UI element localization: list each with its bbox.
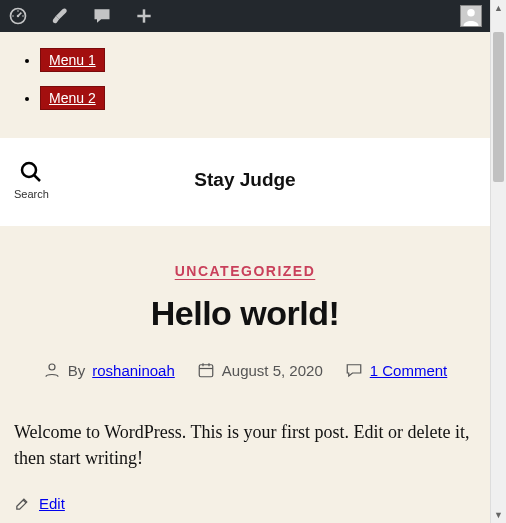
admin-bar <box>0 0 490 32</box>
nav-menu: Menu 1 Menu 2 <box>0 32 490 138</box>
calendar-icon <box>197 361 215 379</box>
comment-meta-icon <box>345 361 363 379</box>
svg-line-10 <box>34 175 40 181</box>
author-prefix: By <box>68 362 86 379</box>
search-icon <box>19 160 43 184</box>
post-meta: By roshaninoah August 5, 2020 1 Comment <box>14 361 476 379</box>
author-link[interactable]: roshaninoah <box>92 362 175 379</box>
scroll-down-arrow[interactable]: ▼ <box>491 507 506 523</box>
edit-link[interactable]: Edit <box>39 495 65 512</box>
svg-point-9 <box>22 163 36 177</box>
post: UNCATEGORIZED Hello world! By roshaninoa… <box>0 226 490 512</box>
post-date: August 5, 2020 <box>222 362 323 379</box>
meta-comments: 1 Comment <box>345 361 448 379</box>
plus-icon[interactable] <box>134 6 154 26</box>
svg-rect-12 <box>199 365 213 377</box>
meta-date: August 5, 2020 <box>197 361 323 379</box>
dashboard-icon[interactable] <box>8 6 28 26</box>
scroll-up-arrow[interactable]: ▲ <box>491 0 506 16</box>
scroll-thumb[interactable] <box>493 32 504 182</box>
svg-point-4 <box>22 15 24 17</box>
site-header: Search Stay Judge <box>0 138 490 226</box>
meta-author: By roshaninoah <box>43 361 175 379</box>
comments-link[interactable]: 1 Comment <box>370 362 448 379</box>
edit-icon <box>14 495 31 512</box>
search-toggle[interactable]: Search <box>14 160 49 200</box>
person-icon <box>43 361 61 379</box>
search-label: Search <box>14 188 49 200</box>
edit-row: Edit <box>14 495 476 512</box>
svg-point-11 <box>49 364 55 370</box>
post-body: Welcome to WordPress. This is your first… <box>14 419 476 471</box>
avatar-icon[interactable] <box>460 5 482 27</box>
brush-icon[interactable] <box>50 6 70 26</box>
nav-item-menu2: Menu 2 <box>40 90 490 106</box>
nav-link-menu1[interactable]: Menu 1 <box>40 48 105 72</box>
category-link[interactable]: UNCATEGORIZED <box>175 263 316 279</box>
nav-link-menu2[interactable]: Menu 2 <box>40 86 105 110</box>
svg-point-5 <box>17 10 19 12</box>
vertical-scrollbar[interactable]: ▲ ▼ <box>490 0 506 523</box>
category-row: UNCATEGORIZED <box>14 262 476 280</box>
nav-item-menu1: Menu 1 <box>40 52 490 68</box>
site-title: Stay Judge <box>0 169 490 191</box>
svg-point-3 <box>12 15 14 17</box>
comment-icon[interactable] <box>92 6 112 26</box>
post-title: Hello world! <box>14 294 476 333</box>
svg-point-8 <box>467 9 475 17</box>
svg-point-2 <box>17 15 20 18</box>
